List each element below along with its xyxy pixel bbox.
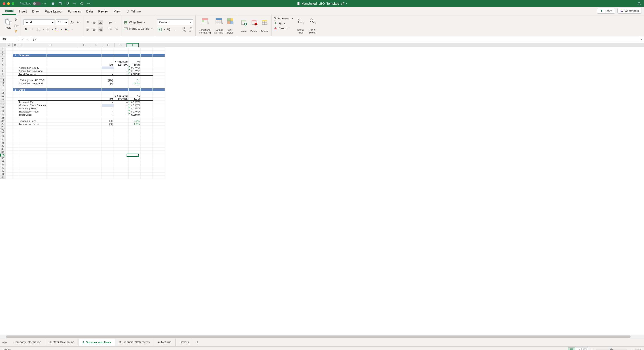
cell[interactable]: Sources (18, 54, 47, 57)
cell[interactable] (6, 160, 13, 163)
cell[interactable] (13, 60, 18, 63)
cell[interactable] (47, 51, 102, 54)
col-header-H[interactable]: H (114, 43, 126, 47)
row-header-16[interactable]: 16 (0, 94, 6, 97)
cell[interactable] (140, 54, 152, 57)
cell[interactable] (6, 135, 13, 138)
cell[interactable] (13, 132, 18, 135)
cell[interactable] (140, 85, 152, 88)
tab-view[interactable]: View (111, 8, 123, 15)
cell[interactable] (152, 88, 164, 91)
cell[interactable]: #DIV/0! (128, 69, 140, 73)
cancel-formula-icon[interactable]: ✕ (22, 38, 24, 41)
cell[interactable]: - (102, 107, 114, 110)
cell[interactable] (102, 138, 114, 141)
cell[interactable] (13, 63, 18, 66)
cell[interactable] (152, 148, 164, 151)
cell[interactable] (18, 91, 47, 94)
cell[interactable] (13, 166, 18, 170)
col-header-B[interactable]: B (12, 43, 18, 47)
cell[interactable]: #DIV/0! (128, 104, 140, 107)
decrease-font-icon[interactable]: A▾ (76, 20, 81, 25)
cell[interactable] (102, 57, 114, 60)
format-as-table-button[interactable]: ▾ Format as Table (213, 16, 224, 35)
formula-input[interactable] (38, 36, 639, 43)
cell[interactable] (6, 82, 13, 85)
merge-centre-button[interactable]: Merge & Centre ▾ (124, 27, 152, 31)
cell[interactable] (18, 138, 47, 141)
cell[interactable] (140, 157, 152, 160)
cell[interactable] (18, 132, 47, 135)
cell[interactable] (18, 126, 47, 129)
cell[interactable] (140, 163, 152, 166)
cell[interactable] (6, 148, 13, 151)
cell[interactable] (6, 126, 13, 129)
cell[interactable] (140, 82, 152, 85)
cell[interactable] (47, 138, 102, 141)
cell[interactable] (140, 141, 152, 145)
cell[interactable] (152, 113, 164, 116)
cell[interactable] (140, 57, 152, 60)
decrease-decimal-icon[interactable]: .00.0 (188, 27, 193, 32)
tab-draw[interactable]: Draw (30, 8, 42, 15)
orientation-icon[interactable]: ab (108, 20, 113, 25)
cell[interactable] (152, 132, 164, 135)
cell[interactable] (13, 145, 18, 148)
percent-format-icon[interactable]: % (166, 27, 171, 32)
row-header-40[interactable]: 40 (0, 169, 6, 172)
cell[interactable] (152, 176, 164, 179)
cell[interactable] (47, 101, 102, 104)
cell[interactable] (47, 157, 102, 160)
cell[interactable] (47, 154, 102, 157)
cell[interactable]: – (114, 107, 128, 110)
cell[interactable] (13, 104, 18, 107)
cell[interactable] (13, 76, 18, 79)
cell[interactable] (6, 116, 13, 119)
cell[interactable] (47, 123, 102, 126)
cell[interactable] (114, 54, 128, 57)
number-format-select[interactable]: Custom ▾ (157, 19, 193, 25)
cell[interactable] (140, 91, 152, 94)
sheet-tab-5[interactable]: Drivers (176, 339, 193, 346)
document-title[interactable]: ManUnited_LBO_Template_vF ▾ (297, 2, 347, 5)
cell[interactable] (6, 119, 13, 123)
cell[interactable] (140, 166, 152, 170)
cell[interactable] (6, 132, 13, 135)
cell[interactable] (128, 51, 140, 54)
cell[interactable] (114, 76, 128, 79)
spreadsheet-grid[interactable]: ABCDEFGHI I 1234567891011121314151617181… (0, 43, 644, 335)
cell[interactable] (152, 154, 164, 157)
cell[interactable] (47, 85, 102, 88)
col-header-A[interactable]: A (6, 43, 12, 47)
cell[interactable] (6, 173, 13, 176)
zoom-out-button[interactable]: − (591, 348, 593, 350)
save-icon[interactable] (58, 1, 62, 5)
cell[interactable] (18, 47, 47, 51)
cell[interactable] (6, 151, 13, 154)
row-header-17[interactable]: 17 (0, 97, 6, 100)
cell[interactable] (152, 76, 164, 79)
cell[interactable] (102, 47, 114, 51)
cell[interactable] (152, 107, 164, 110)
row-header-10[interactable]: 10 (0, 75, 6, 79)
select-all-corner[interactable] (0, 43, 6, 47)
cell[interactable] (152, 54, 164, 57)
cell[interactable]: 1.0% (128, 123, 140, 126)
cell[interactable] (152, 173, 164, 176)
cell[interactable] (152, 116, 164, 119)
cell[interactable] (47, 98, 102, 101)
row-header-30[interactable]: 30 (0, 138, 6, 141)
cell[interactable] (102, 132, 114, 135)
cell[interactable] (152, 123, 164, 126)
cell[interactable] (128, 57, 140, 60)
cell[interactable] (47, 151, 102, 154)
cell[interactable]: Total Sources (18, 73, 47, 76)
cell[interactable] (6, 166, 13, 170)
sheet-tab-0[interactable]: Company Information (10, 339, 46, 346)
cell[interactable]: 1 (13, 54, 18, 57)
cell[interactable] (18, 148, 47, 151)
italic-button[interactable]: I (30, 27, 35, 32)
cell[interactable] (13, 116, 18, 119)
cell[interactable] (152, 170, 164, 173)
cell[interactable] (152, 126, 164, 129)
